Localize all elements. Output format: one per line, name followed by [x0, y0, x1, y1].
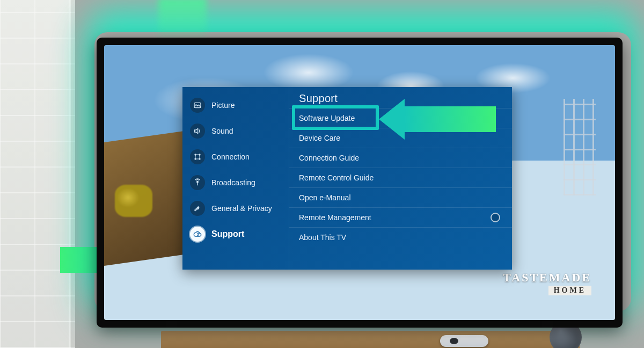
tv-frame: TASTEMADE HOME Picture — [97, 38, 623, 328]
radio-indicator-icon — [491, 213, 500, 222]
sidebar-item-label: General & Privacy — [211, 204, 282, 213]
sidebar-item-sound[interactable]: Sound — [182, 118, 289, 144]
sidebar-item-label: Sound — [211, 127, 282, 135]
sidebar-item-broadcasting[interactable]: Broadcasting — [182, 170, 289, 195]
sidebar-item-label: Connection — [211, 153, 282, 161]
content-item-label: Remote Management — [299, 213, 371, 222]
connection-icon — [190, 149, 205, 164]
brick-wall — [0, 0, 75, 348]
broadcast-icon — [190, 175, 205, 190]
content-item-connection-guide[interactable]: Connection Guide — [289, 148, 512, 168]
sound-icon — [190, 124, 205, 139]
settings-sidebar: Picture Sound — [182, 87, 289, 270]
cloud-help-icon — [190, 227, 205, 242]
content-item-label: Device Care — [299, 134, 340, 142]
annotation-arrow-right — [379, 99, 496, 140]
sidebar-item-support[interactable]: Support — [182, 221, 289, 247]
tv-console — [161, 331, 580, 348]
broadcast-subbrand: HOME — [548, 286, 591, 295]
sidebar-item-label: Broadcasting — [211, 178, 282, 187]
broadcast-brand: TASTEMADE — [503, 271, 591, 285]
content-item-remote-management[interactable]: Remote Management — [289, 207, 512, 227]
screen-foreground-object — [115, 185, 152, 217]
scaffold-structure — [564, 99, 596, 195]
content-item-label: Remote Control Guide — [299, 173, 374, 182]
ambient-glow-column — [158, 0, 207, 41]
sidebar-item-general-privacy[interactable]: General & Privacy — [182, 195, 289, 221]
picture-icon — [190, 98, 205, 113]
content-item-remote-control-guide[interactable]: Remote Control Guide — [289, 168, 512, 187]
room-scene: TASTEMADE HOME Picture — [0, 0, 644, 348]
tv-screen: TASTEMADE HOME Picture — [104, 45, 615, 320]
wrench-icon — [190, 201, 205, 216]
content-item-about-this-tv[interactable]: About This TV — [289, 227, 512, 247]
sidebar-item-picture[interactable]: Picture — [182, 92, 289, 118]
content-item-label: Connection Guide — [299, 154, 359, 162]
sidebar-item-label: Support — [211, 229, 282, 239]
content-item-label: Open e-Manual — [299, 193, 351, 202]
sidebar-item-label: Picture — [211, 101, 282, 110]
sidebar-item-connection[interactable]: Connection — [182, 144, 289, 170]
broadcast-watermark: TASTEMADE HOME — [503, 271, 591, 295]
content-item-label: Software Update — [299, 114, 355, 122]
content-item-open-e-manual[interactable]: Open e-Manual — [289, 187, 512, 207]
svg-point-6 — [197, 235, 198, 236]
content-item-label: About This TV — [299, 233, 346, 242]
remote-control — [440, 335, 488, 347]
svg-point-5 — [197, 181, 199, 183]
